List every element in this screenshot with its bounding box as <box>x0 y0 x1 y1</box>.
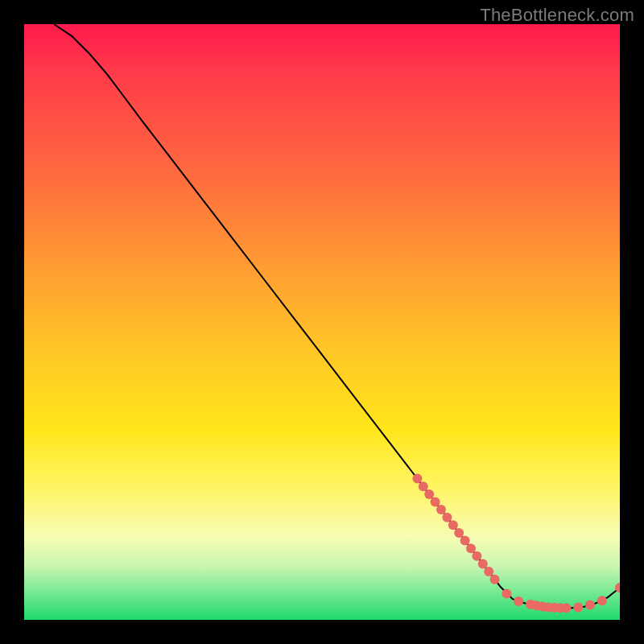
marker-point <box>490 575 500 584</box>
marker-point <box>597 596 607 605</box>
marker-point <box>454 528 464 538</box>
marker-point <box>472 551 481 561</box>
marker-point <box>514 597 523 606</box>
chart-svg <box>24 24 620 620</box>
marker-point <box>419 481 428 491</box>
marker-group <box>412 474 620 613</box>
marker-point <box>448 520 458 530</box>
marker-point <box>412 474 422 484</box>
marker-point <box>436 505 446 514</box>
marker-point <box>424 489 434 499</box>
marker-point <box>484 567 493 576</box>
watermark-label: TheBottleneck.com <box>480 5 634 26</box>
marker-point <box>431 497 440 507</box>
marker-point <box>573 603 583 613</box>
marker-point <box>466 543 476 553</box>
chart-frame: TheBottleneck.com <box>0 0 644 644</box>
bottleneck-curve <box>54 24 620 608</box>
marker-point <box>561 603 571 613</box>
marker-point <box>502 588 511 598</box>
marker-point <box>478 559 488 568</box>
marker-point <box>442 513 452 522</box>
marker-point <box>585 601 595 610</box>
plot-area <box>24 24 620 620</box>
marker-point <box>460 536 470 546</box>
